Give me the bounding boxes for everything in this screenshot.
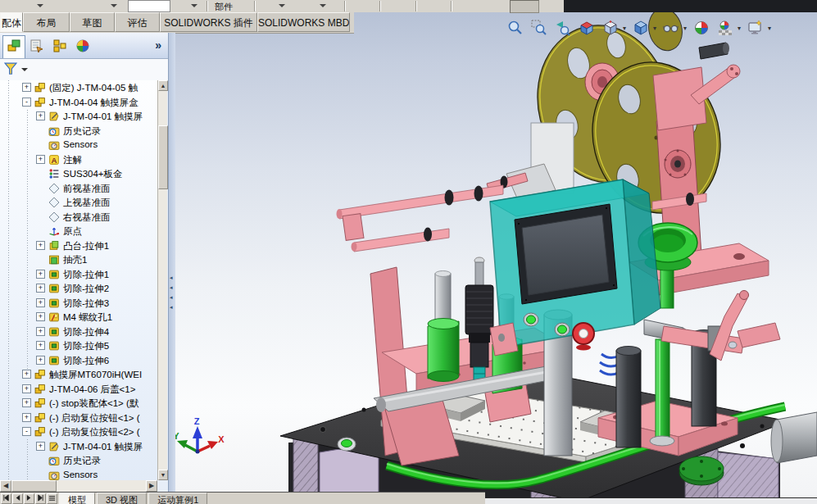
- display-style-icon[interactable]: [631, 19, 650, 38]
- motion-menu-icon[interactable]: [47, 493, 57, 504]
- collapse-arrow-icon[interactable]: ◂: [170, 294, 173, 301]
- tree-item[interactable]: +凸台-拉伸1: [0, 238, 157, 253]
- tree-item[interactable]: +切除-拉伸5: [0, 338, 157, 353]
- expand-icon[interactable]: +: [36, 327, 45, 336]
- tree-item[interactable]: 历史记录: [0, 453, 157, 468]
- tree-item[interactable]: +切除-拉伸1: [0, 267, 157, 282]
- tab-4[interactable]: 评估: [115, 12, 160, 32]
- tree-item[interactable]: SUS304+板金: [0, 166, 157, 181]
- dropdown-arrow-icon[interactable]: ▾: [683, 25, 687, 32]
- expand-icon[interactable]: +: [36, 341, 45, 350]
- tree-item[interactable]: +(固定) J-TM-04-05 触: [0, 80, 157, 95]
- tree-item[interactable]: 上视基准面: [0, 195, 157, 210]
- collapse-arrow-icon[interactable]: ◂: [170, 284, 173, 291]
- panel-splitter[interactable]: ◂ ◂ ◂ ◂: [168, 33, 175, 492]
- tree-item[interactable]: -J-TM-04-04 触摸屏盒: [0, 95, 157, 110]
- model-3d-view[interactable]: Z Y X: [175, 12, 817, 498]
- panel-overflow-chevron[interactable]: »: [155, 39, 161, 52]
- expand-icon[interactable]: +: [22, 398, 31, 407]
- tab-6[interactable]: SOLIDWORKS MBD: [257, 12, 350, 32]
- expand-icon[interactable]: +: [36, 284, 45, 293]
- dropdown-arrow-icon[interactable]: [279, 4, 285, 7]
- tree-filter-bar[interactable]: [0, 59, 168, 81]
- tab-2[interactable]: 布局: [23, 12, 70, 32]
- tree-item[interactable]: 历史记录: [0, 124, 157, 138]
- scroll-down-icon[interactable]: ▼: [158, 470, 168, 480]
- expand-icon[interactable]: +: [22, 384, 31, 393]
- zoom-fit-icon[interactable]: [506, 19, 524, 38]
- tree-item[interactable]: +(-) 启动复位按钮<1> (: [0, 411, 157, 425]
- previous-view-icon[interactable]: [553, 19, 572, 38]
- motion-tab-1[interactable]: 模型: [59, 493, 95, 504]
- step-back-icon[interactable]: [12, 493, 23, 504]
- dropdown-arrow-icon[interactable]: ▾: [623, 25, 626, 32]
- skip-start-icon[interactable]: [1, 493, 11, 504]
- dropdown-arrow-icon[interactable]: [37, 4, 43, 7]
- tree-item[interactable]: +A注解: [0, 152, 157, 167]
- expand-icon[interactable]: +: [36, 298, 45, 307]
- collapse-arrow-icon[interactable]: ◂: [170, 304, 173, 311]
- apply-scene-icon[interactable]: [715, 19, 734, 38]
- dropdown-arrow-icon[interactable]: [191, 4, 197, 7]
- dropdown-arrow-icon[interactable]: ▾: [768, 25, 771, 32]
- scroll-up-icon[interactable]: ▲: [158, 80, 168, 91]
- hide-show-items-icon[interactable]: [661, 19, 680, 38]
- tree-item[interactable]: +J-TM-04-01 触摸屏: [0, 109, 157, 124]
- collapse-icon[interactable]: -: [22, 98, 31, 107]
- tree-item[interactable]: +M4 螺纹孔1: [0, 310, 157, 325]
- tree-item[interactable]: +J-TM-04-01 触摸屏: [0, 439, 157, 454]
- tree-item[interactable]: +切除-拉伸3: [0, 296, 157, 311]
- edit-appearance-icon[interactable]: [692, 19, 710, 38]
- tree-horizontal-scrollbar[interactable]: ◀ ▶: [0, 480, 157, 492]
- motion-tab-2[interactable]: 3D 视图: [97, 493, 147, 504]
- collapse-arrow-icon[interactable]: ◂: [170, 275, 173, 281]
- toolbar-pressed-button[interactable]: [510, 0, 539, 13]
- expand-icon[interactable]: +: [36, 111, 45, 120]
- filter-funnel-icon[interactable]: [4, 62, 17, 75]
- scrollbar-thumb[interactable]: [158, 125, 168, 189]
- zoom-area-icon[interactable]: [529, 19, 548, 38]
- tree-item[interactable]: -(-) 启动复位按钮<2> (: [0, 425, 157, 439]
- expand-icon[interactable]: +: [22, 413, 31, 422]
- tree-item[interactable]: +切除-拉伸2: [0, 281, 157, 296]
- tree-item[interactable]: 抽壳1: [0, 252, 157, 267]
- tree-item[interactable]: 右视基准面: [0, 210, 157, 225]
- displaymanager-tab[interactable]: [71, 35, 94, 58]
- tree-item[interactable]: Sensors: [0, 138, 157, 152]
- view-orientation-icon[interactable]: [601, 19, 620, 38]
- view-settings-icon[interactable]: [746, 19, 765, 38]
- expand-icon[interactable]: +: [36, 270, 45, 279]
- featuremanager-tree-tab[interactable]: [2, 35, 25, 58]
- filter-dropdown-arrow-icon[interactable]: [21, 68, 28, 71]
- section-view-icon[interactable]: [577, 19, 596, 38]
- tab-3[interactable]: 草图: [70, 12, 115, 32]
- dropdown-arrow-icon[interactable]: ▾: [653, 25, 656, 32]
- hmi-touchscreen-box[interactable]: [490, 179, 660, 356]
- expand-icon[interactable]: +: [36, 155, 45, 164]
- tree-item[interactable]: +触摸屏MT6070iH(WEI: [0, 367, 157, 382]
- dropdown-arrow-icon[interactable]: [111, 4, 117, 7]
- skip-end-icon[interactable]: [35, 493, 46, 504]
- step-forward-icon[interactable]: [24, 493, 34, 504]
- expand-icon[interactable]: +: [22, 370, 31, 379]
- tree-item[interactable]: +切除-拉伸4: [0, 325, 157, 339]
- propertymanager-tab[interactable]: [25, 35, 48, 58]
- expand-icon[interactable]: +: [36, 312, 45, 321]
- configurationmanager-tab[interactable]: [48, 35, 71, 58]
- tab-5[interactable]: SOLIDWORKS 插件: [160, 12, 257, 32]
- scroll-right-icon[interactable]: ▶: [146, 480, 157, 492]
- tree-item[interactable]: Sensors: [0, 468, 157, 481]
- motion-tab-3[interactable]: 运动算例1: [148, 493, 207, 504]
- tree-item[interactable]: +切除-拉伸6: [0, 353, 157, 368]
- tree-vertical-scrollbar[interactable]: ▲ ▼: [157, 80, 167, 480]
- collapse-icon[interactable]: -: [22, 427, 31, 436]
- dropdown-arrow-icon[interactable]: ▾: [738, 25, 741, 32]
- toolbar-combobox[interactable]: [128, 0, 170, 12]
- scrollbar-thumb[interactable]: [11, 480, 57, 492]
- tree-item[interactable]: +(-) stop装配体<1> (默: [0, 396, 157, 411]
- tree-item[interactable]: 前视基准面: [0, 181, 157, 196]
- tab-1[interactable]: 配体: [0, 12, 23, 32]
- expand-icon[interactable]: +: [36, 241, 45, 250]
- scroll-left-icon[interactable]: ◀: [0, 480, 11, 492]
- expand-icon[interactable]: +: [22, 83, 31, 92]
